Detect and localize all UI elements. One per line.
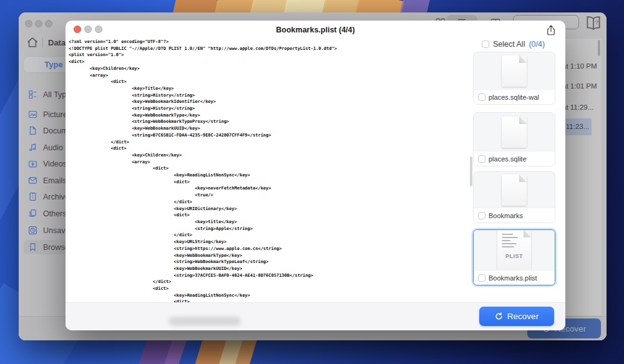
file-card-bookmarks[interactable]: Bookmarks [473, 171, 555, 223]
file-checkbox[interactable] [478, 155, 485, 163]
file-card-bookmarks-plist[interactable]: PLIST Bookmarks.plist [473, 229, 555, 285]
select-all-count: (0/4) [529, 40, 545, 49]
file-thumbnail [474, 113, 555, 151]
file-rail: Select All (0/4) places.sqlite-wal place… [473, 39, 565, 302]
preview-scrollbar[interactable] [470, 156, 472, 186]
file-checkbox[interactable] [478, 93, 485, 101]
share-icon[interactable] [547, 25, 555, 36]
file-card-places-sqlite[interactable]: places.sqlite [473, 112, 555, 166]
plist-preview-pane[interactable]: <?xml version="1.0" encoding="UTF-8"?> <… [69, 39, 473, 302]
recover-button-label: Recover [507, 312, 539, 321]
recover-button-modal[interactable]: Recover [479, 307, 554, 326]
plist-badge: PLIST [502, 253, 527, 259]
blank-file-icon [502, 55, 527, 87]
plist-file-icon: PLIST [497, 230, 531, 270]
refresh-icon [495, 312, 503, 320]
file-name: places.sqlite-wal [489, 93, 539, 101]
file-name: Bookmarks.plist [489, 274, 537, 282]
select-all-row[interactable]: Select All (0/4) [482, 40, 545, 49]
file-thumbnail [474, 172, 555, 208]
desktop: Data ? Type All Types Pictures [0, 0, 624, 364]
modal-footer: Recover [66, 302, 565, 330]
modal-title: Bookmarks.plist (4/4) [66, 26, 565, 34]
file-card-places-sqlite-wal[interactable]: places.sqlite-wal [473, 52, 555, 105]
select-all-label: Select All [493, 40, 525, 49]
select-all-checkbox[interactable] [482, 41, 489, 48]
plist-xml-content: <?xml version="1.0" encoding="UTF-8"?> <… [69, 39, 473, 302]
file-thumbnail: PLIST [474, 230, 555, 270]
file-checkbox[interactable] [478, 274, 485, 282]
preview-modal: Bookmarks.plist (4/4) <?xml version="1.0… [66, 21, 565, 330]
file-checkbox[interactable] [478, 212, 485, 219]
blurred-text-artifact [168, 317, 241, 326]
blank-file-icon [502, 175, 527, 206]
file-name: places.sqlite [489, 155, 527, 163]
blank-file-icon [502, 117, 527, 148]
file-name: Bookmarks [489, 212, 523, 219]
file-thumbnail [474, 52, 555, 89]
